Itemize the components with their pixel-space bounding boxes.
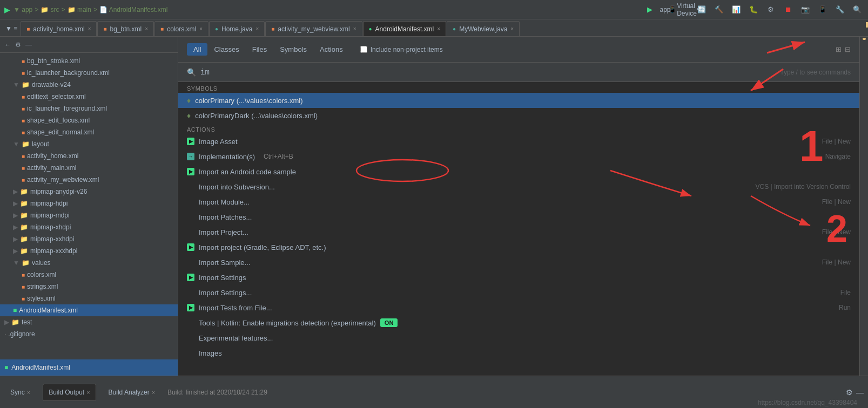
list-item[interactable]: ▶ 📁 mipmap-hdpi <box>0 198 178 209</box>
list-item[interactable]: ■ edittext_selector.xml <box>0 91 178 103</box>
tab-close-icon[interactable]: × <box>86 389 90 396</box>
breadcrumb-app[interactable]: ▼ app <box>14 6 32 13</box>
tab-close-icon[interactable]: × <box>199 26 203 32</box>
bottom-tab-build-analyzer[interactable]: Build Analyzer × <box>103 384 161 401</box>
tab-close-icon[interactable]: × <box>510 26 514 32</box>
build-button[interactable]: 🔨 <box>712 3 725 16</box>
tab-activity-home[interactable]: ■ activity_home.xml × <box>21 21 97 36</box>
search-tab-classes[interactable]: Classes <box>207 43 245 56</box>
result-item-import-subversion[interactable]: Import into Subversion... VCS | Import i… <box>178 179 859 194</box>
list-item[interactable]: ■ AndroidManifest.xml <box>0 304 178 316</box>
breadcrumb-src[interactable]: 📁 src <box>41 6 59 13</box>
result-shortcut: File | New <box>822 228 851 236</box>
list-item[interactable]: ■ colors.xml <box>0 269 178 281</box>
expand-icon[interactable]: ⊟ <box>845 45 851 53</box>
result-item-import-project-gradle[interactable]: ▶ Import project (Gradle, Eclipse ADT, e… <box>178 240 859 255</box>
expand-icon: ▶ <box>13 212 18 219</box>
list-item[interactable]: · .gitignore <box>0 328 178 340</box>
search-input[interactable] <box>200 68 780 77</box>
tree-settings[interactable]: ⚙ <box>15 41 21 49</box>
result-item-image-asset[interactable]: ▶ Image Asset File | New <box>178 134 859 149</box>
sdk-button[interactable]: 🔧 <box>833 3 846 16</box>
list-item[interactable]: ■ activity_my_webview.xml <box>0 174 178 186</box>
tree-nav-back[interactable]: ← <box>4 41 11 49</box>
result-item-images[interactable]: Images <box>178 345 859 361</box>
search-tab-actions[interactable]: Actions <box>313 43 349 56</box>
result-item-implementation[interactable]: → Implementation(s) Ctrl+Alt+B Navigate <box>178 149 859 164</box>
tab-close-icon[interactable]: × <box>255 26 259 32</box>
list-item[interactable]: ▶ 📁 mipmap-xhdpi <box>0 221 178 233</box>
list-item[interactable]: ▶ 📁 mipmap-mdpi <box>0 209 178 221</box>
tab-home-java[interactable]: ● Home.java × <box>209 21 265 36</box>
list-item[interactable]: ▼ 📁 layout <box>0 138 178 150</box>
profiler-button[interactable]: 📊 <box>730 3 743 16</box>
search-tab-all[interactable]: All <box>187 43 207 56</box>
tree-collapse[interactable]: — <box>25 41 32 49</box>
result-item-import-patches[interactable]: Import Patches... <box>178 209 859 225</box>
result-item-color-primary-dark[interactable]: ♦ colorPrimaryDark (...\values\colors.xm… <box>178 108 859 123</box>
tab-close-icon[interactable]: × <box>88 26 91 32</box>
stop-button[interactable]: ⏹ <box>782 3 795 16</box>
sync-button[interactable]: 🔄 <box>695 3 708 16</box>
debug-button[interactable]: 🐛 <box>747 3 760 16</box>
list-item[interactable]: ▼ 📁 values <box>0 257 178 269</box>
settings-button[interactable]: ⚙ <box>764 3 777 16</box>
bottom-tab-sync[interactable]: Sync × <box>4 384 36 401</box>
result-item-kotlin-migrations[interactable]: Tools | Kotlin: Enable migrations detect… <box>178 315 859 330</box>
list-item[interactable]: ▶ 📁 test <box>0 316 178 328</box>
list-item[interactable]: ■ shape_edit_normal.xml <box>0 126 178 138</box>
list-item[interactable]: ■ shape_edit_focus.xml <box>0 114 178 126</box>
tab-close-icon[interactable]: × <box>152 389 155 396</box>
tab-bg-btn[interactable]: ■ bg_btn.xml × <box>97 21 154 36</box>
list-item[interactable]: ■ strings.xml <box>0 281 178 293</box>
include-non-project-checkbox[interactable] <box>360 46 367 53</box>
result-shortcut: Run <box>839 304 851 311</box>
avd-button[interactable]: 📱 <box>816 3 829 16</box>
device-dropdown[interactable]: 📱 Virtual Device ▾ <box>678 3 691 16</box>
list-item[interactable]: ■ styles.xml <box>0 293 178 304</box>
filter-icon[interactable]: ⊞ <box>836 45 842 53</box>
result-item-import-module[interactable]: Import Module... File | New <box>178 194 859 209</box>
tab-close-icon[interactable]: × <box>353 26 356 32</box>
result-item-import-tests[interactable]: ▶ Import Tests from File... Run <box>178 300 859 315</box>
search-tab-symbols[interactable]: Symbols <box>273 43 313 56</box>
camera-button[interactable]: 📷 <box>799 3 812 16</box>
list-item[interactable]: ■ ic_launcher_background.xml <box>0 67 178 79</box>
result-item-color-primary[interactable]: ♦ colorPrimary (...\values\colors.xml) <box>178 93 859 108</box>
result-item-import-settings-dots[interactable]: Import Settings... File <box>178 285 859 300</box>
list-item[interactable]: ■ ic_launcher_foreground.xml <box>0 103 178 114</box>
tab-close-icon[interactable]: × <box>27 389 30 396</box>
folder-icon: 📁 <box>20 212 28 219</box>
list-item[interactable]: ▶ 📁 mipmap-xxxhdpi <box>0 245 178 257</box>
minimize-icon[interactable]: — <box>856 388 864 397</box>
result-item-import-project[interactable]: Import Project... File | New <box>178 225 859 240</box>
list-item[interactable]: ▶ 📁 mipmap-xxhdpi <box>0 233 178 245</box>
search-button[interactable]: 🔍 <box>851 3 864 16</box>
breadcrumb-main[interactable]: 📁 main <box>68 6 91 13</box>
run-button[interactable]: ▶ <box>643 3 656 16</box>
result-item-import-android-sample[interactable]: ▶ Import an Android code sample <box>178 164 859 179</box>
list-item[interactable]: ▶ 📁 mipmap-anydpi-v26 <box>0 186 178 198</box>
search-tab-files[interactable]: Files <box>246 43 273 56</box>
result-item-import-sample[interactable]: Import Sample... File | New <box>178 255 859 270</box>
editor-scrollbar[interactable] <box>859 37 868 376</box>
list-item[interactable]: ■ activity_home.xml <box>0 150 178 162</box>
tab-activity-webview[interactable]: ■ activity_my_webview.xml × <box>265 21 362 36</box>
list-item[interactable]: ▼ 📁 drawable-v24 <box>0 79 178 91</box>
tab-colors[interactable]: ■ colors.xml × <box>154 21 208 36</box>
result-item-experimental-features[interactable]: Experimental features... <box>178 330 859 345</box>
tab-close-icon[interactable]: × <box>145 26 148 32</box>
tab-android-manifest[interactable]: ● AndroidManifest.xml × <box>363 21 447 36</box>
bottom-tab-build-output[interactable]: Build Output × <box>43 384 96 401</box>
tab-mywebview-java[interactable]: ● MyWebview.java × <box>447 21 520 36</box>
collapse-icon: ▼ <box>13 259 19 267</box>
tree-toolbar: ← ⚙ — <box>0 37 178 53</box>
settings-gear-icon[interactable]: ⚙ <box>846 388 853 397</box>
tab-close-icon[interactable]: × <box>437 26 440 32</box>
selected-file-indicator: ■ AndroidManifest.xml <box>0 359 178 376</box>
list-item[interactable]: ■ bg_btn_stroke.xml <box>0 55 178 67</box>
result-item-import-settings[interactable]: ▶ Import Settings <box>178 270 859 285</box>
list-item[interactable]: ■ activity_main.xml <box>0 162 178 174</box>
breadcrumb-manifest[interactable]: 📄 AndroidManifest.xml <box>99 6 167 13</box>
panel-toggle[interactable]: ▼ ≡ <box>2 21 21 36</box>
